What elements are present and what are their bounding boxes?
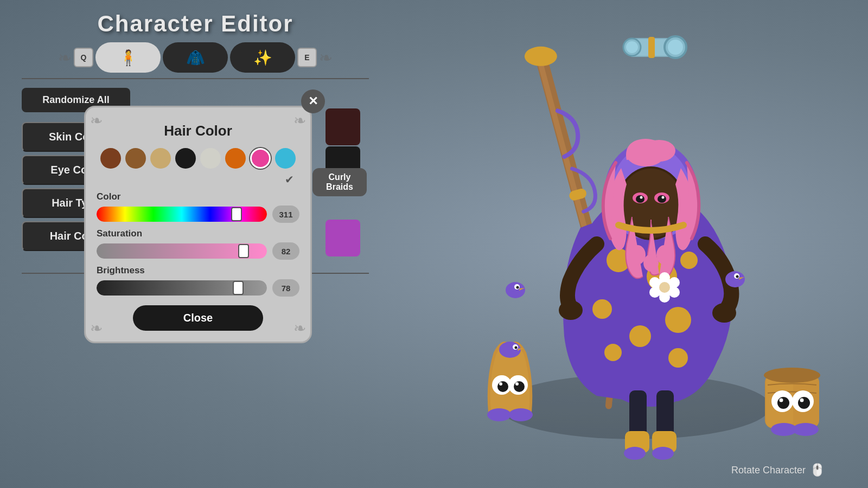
svg-point-37 — [659, 282, 670, 293]
checkmark-row: ✔ — [97, 173, 299, 186]
svg-point-13 — [680, 252, 698, 269]
svg-point-63 — [780, 399, 783, 402]
svg-point-67 — [793, 423, 819, 436]
svg-point-24 — [662, 196, 665, 199]
swatch-pink[interactable] — [250, 148, 271, 169]
effects-icon: ✨ — [253, 49, 272, 67]
close-x-button[interactable]: ✕ — [301, 89, 325, 113]
svg-point-45 — [652, 447, 674, 460]
color-label: Color — [97, 191, 299, 202]
svg-point-73 — [668, 40, 683, 55]
saturation-slider-section: Saturation 82 — [97, 228, 299, 260]
svg-rect-74 — [648, 37, 655, 58]
saturation-slider-row: 82 — [97, 242, 299, 260]
color-slider-row: 311 — [97, 206, 299, 223]
tab-effects-button[interactable]: ✨ — [230, 42, 295, 73]
title-area: Character Editor — [0, 0, 391, 42]
tab-divider — [22, 78, 369, 79]
color-slider-track[interactable] — [97, 207, 267, 222]
page-title: Character Editor — [0, 11, 391, 37]
outfit-icon: 🧥 — [186, 49, 205, 67]
q-key: Q — [74, 48, 93, 67]
brightness-label: Brightness — [97, 265, 299, 276]
right-panel: Rotate Character 🖱️ — [391, 0, 868, 488]
brightness-value: 78 — [272, 279, 299, 297]
svg-point-62 — [798, 397, 810, 409]
brightness-slider-thumb[interactable] — [233, 281, 244, 295]
svg-point-22 — [658, 195, 666, 203]
modal-corner-br-icon: ❧ — [293, 319, 306, 337]
svg-point-44 — [624, 447, 646, 460]
svg-point-53 — [509, 408, 533, 421]
tab-body-button[interactable]: 🧍 — [95, 42, 161, 73]
color-slider-section: Color 311 — [97, 191, 299, 223]
swatch-black[interactable] — [175, 148, 196, 169]
rotate-hint: Rotate Character 🖱️ — [731, 463, 825, 477]
svg-point-65 — [764, 368, 820, 383]
swirl-left-icon: ❧ — [58, 48, 72, 67]
mouse-icon: 🖱️ — [810, 463, 825, 477]
svg-point-15 — [668, 348, 688, 368]
modal-corner-tl-icon: ❧ — [90, 112, 103, 130]
svg-point-26 — [643, 254, 659, 272]
hair-type-badge: Curly Braids — [312, 168, 367, 196]
color-slider-thumb[interactable] — [231, 207, 242, 221]
svg-point-33 — [669, 287, 680, 298]
svg-point-52 — [487, 408, 511, 421]
modal-corner-tr-icon: ❧ — [293, 112, 306, 130]
svg-point-14 — [604, 344, 622, 361]
svg-point-72 — [626, 41, 638, 53]
svg-point-34 — [659, 292, 670, 303]
svg-point-11 — [665, 307, 691, 333]
svg-point-23 — [640, 196, 643, 199]
swatch-cyan[interactable] — [275, 148, 296, 169]
color-modal: ❧ ❧ ❧ ❧ Hair Color ✔ Color 311 Saturatio… — [84, 106, 312, 343]
saturation-value: 82 — [272, 242, 299, 260]
swatch-white[interactable] — [200, 148, 221, 169]
character-preview — [418, 0, 852, 461]
brightness-slider-row: 78 — [97, 279, 299, 297]
modal-corner-bl-icon: ❧ — [90, 319, 103, 337]
e-key: E — [297, 48, 317, 67]
brightness-slider-track[interactable] — [97, 280, 267, 296]
color-value: 311 — [272, 206, 299, 223]
svg-point-39 — [712, 303, 736, 323]
svg-point-35 — [649, 287, 660, 298]
tab-bar: ❧ Q 🧍 🧥 ✨ E ❧ — [0, 42, 391, 78]
svg-point-48 — [497, 381, 508, 392]
svg-point-78 — [736, 275, 739, 278]
modal-title: Hair Color — [97, 118, 299, 139]
swatch-brown-dark[interactable] — [100, 148, 121, 169]
body-icon: 🧍 — [119, 49, 138, 67]
swirl-right-icon: ❧ — [319, 48, 333, 67]
skin-color-swatch — [326, 108, 360, 145]
saturation-slider-thumb[interactable] — [238, 244, 249, 258]
svg-point-49 — [514, 381, 525, 392]
swatch-tan[interactable] — [150, 148, 171, 169]
svg-point-31 — [659, 272, 670, 283]
color-swatches — [97, 148, 299, 169]
svg-point-21 — [636, 195, 644, 203]
svg-point-36 — [649, 277, 660, 288]
svg-point-61 — [777, 397, 789, 409]
svg-point-32 — [669, 277, 680, 288]
svg-point-10 — [592, 299, 612, 319]
tab-outfit-button[interactable]: 🧥 — [163, 42, 228, 73]
close-button[interactable]: Close — [133, 305, 263, 331]
svg-point-50 — [499, 382, 502, 386]
svg-point-27 — [656, 245, 673, 265]
svg-point-12 — [629, 325, 651, 347]
saturation-slider-track[interactable] — [97, 243, 267, 259]
svg-point-64 — [800, 399, 804, 402]
swatch-orange[interactable] — [225, 148, 246, 169]
svg-point-54 — [499, 342, 521, 358]
hair-color-swatch — [326, 220, 360, 256]
svg-point-25 — [629, 245, 646, 265]
svg-point-51 — [515, 382, 519, 386]
brightness-slider-section: Brightness 78 — [97, 265, 299, 297]
checkmark-icon: ✔ — [285, 173, 294, 186]
rotate-character-text: Rotate Character — [731, 465, 806, 476]
swatch-brown[interactable] — [125, 148, 146, 169]
svg-point-3 — [525, 47, 557, 66]
svg-point-38 — [559, 300, 583, 320]
